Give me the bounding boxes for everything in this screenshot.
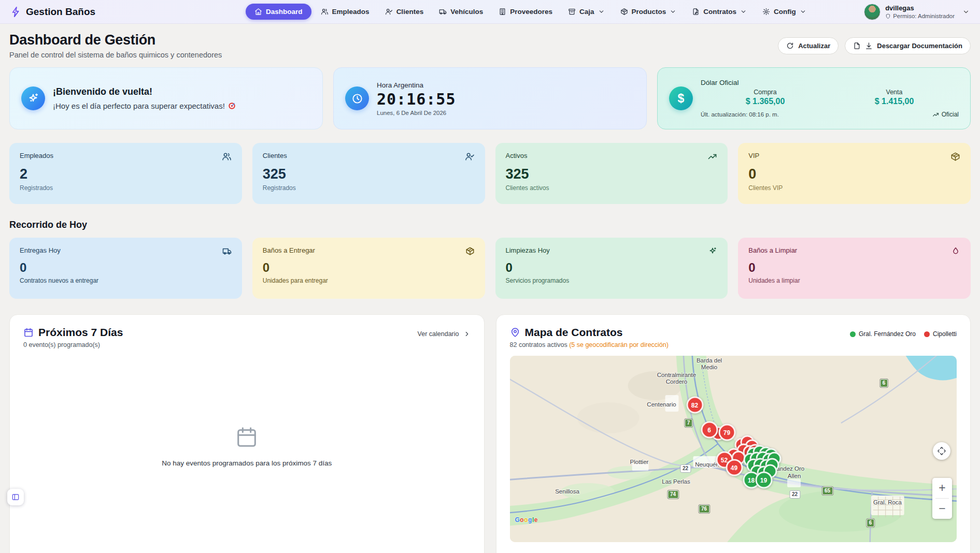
building-icon [499,8,506,16]
map-pan-control[interactable] [933,442,950,460]
nav-label: Productos [632,8,666,16]
brand: Gestion Baños [10,6,95,18]
user-check-icon [385,8,393,16]
chevron-down-icon [962,8,970,16]
nav-item-contratos[interactable]: Contratos [686,4,753,19]
stat-card-clientes: Clientes 325 Registrados [252,143,485,204]
today-value: 0 [748,260,960,275]
dollar-buy-value: $ 1.365,00 [701,97,830,106]
route-shield: 76 [699,505,709,513]
gear-icon [762,8,770,16]
dollar-official-badge: Oficial [932,111,959,118]
map-canvas[interactable]: + − Google Barda del MedioContralmirante… [510,356,957,542]
nav-item-vehiculos[interactable]: Vehículos [433,4,489,19]
map-zoom-control: + − [932,478,952,519]
nav-label: Dashboard [266,8,303,16]
geocode-note: (5 se geocodificarán por dirección) [569,341,669,348]
today-sub: Unidades a limpiar [748,277,960,284]
dollar-buy-label: Compra [701,89,830,96]
route-shield: 65 [822,487,833,495]
sidebar-toggle-button[interactable] [7,489,24,505]
download-docs-button[interactable]: Descargar Documentación [845,37,971,54]
clock-date: Lunes, 6 De Abril De 2026 [377,110,456,116]
contract-cluster-marker[interactable]: 82 [686,397,703,414]
legend-item-cipolletti: Cipolletti [924,330,957,338]
panel-left-icon [11,493,20,501]
file-pen-icon [692,8,700,16]
dollar-card: $ Dólar Oficial Compra $ 1.365,00 Venta … [657,67,971,129]
map-place-label: Contralmirante Cordero [657,372,696,385]
trending-up-icon [707,152,717,162]
dollar-sell-label: Venta [830,89,959,96]
map-place-label: Gral. Roca [873,499,902,506]
bolt-logo-icon [10,6,22,18]
brand-name: Gestion Baños [26,6,95,18]
page-subtitle: Panel de control del sistema de baños qu… [9,51,222,59]
truck-icon [439,8,447,16]
contract-cluster-marker[interactable]: 6 [701,421,718,439]
droplet-icon [951,246,960,256]
refresh-button[interactable]: Actualizar [778,37,839,54]
stat-sub: Registrados [263,184,475,192]
nav-item-caja[interactable]: Caja [562,4,611,19]
welcome-title: ¡Bienvenido de vuelta! [53,86,236,97]
sparkles-icon [21,86,45,110]
calendar-empty-text: No hay eventos programados para los próx… [23,459,471,467]
zoom-in-button[interactable]: + [932,478,952,498]
calendar-empty-state: No hay eventos programados para los próx… [23,425,471,467]
stat-card-empleados: Empleados 2 Registrados [9,143,242,204]
stat-sub: Clientes activos [506,184,718,192]
today-card-entregas: Entregas Hoy 0 Contratos nuevos a entreg… [9,238,242,299]
nav-item-proveedores[interactable]: Proveedores [492,4,559,19]
map-panel-subtitle: 82 contratos activos (5 se geocodificará… [510,341,669,348]
map-place-label: Plottier [630,459,649,465]
view-calendar-link[interactable]: Ver calendario [418,330,471,338]
welcome-message: ¡Hoy es el día perfecto para superar exp… [53,101,236,110]
route-shield: 6 [867,519,875,527]
dollar-sell-value: $ 1.415,00 [830,97,959,106]
nav-item-empleados[interactable]: Empleados [315,4,376,19]
package-icon [465,246,475,256]
home-icon [254,8,262,16]
map-place-label: Centenario [647,401,676,408]
archive-icon [568,8,576,16]
contract-cluster-marker[interactable]: 79 [718,424,735,441]
contracts-map-panel: Mapa de Contratos 82 contratos activos (… [496,314,971,553]
target-emoji-icon [228,102,236,110]
nav-item-clientes[interactable]: Clientes [379,4,430,19]
truck-icon [222,246,232,256]
main-menu: Dashboard Empleados Clientes Vehículos P… [246,4,813,20]
user-check-icon [465,152,475,162]
user-permission: Permiso: Administrador [885,13,955,19]
clock-card: Hora Argentina 20:16:55 Lunes, 6 De Abri… [333,67,647,129]
chevron-right-icon [463,330,471,338]
users-icon [321,8,329,16]
zoom-out-button[interactable]: − [932,499,952,519]
map-legend: Gral. Fernández Oro Cipolletti [850,330,957,338]
upcoming-events-panel: Próximos 7 Días 0 evento(s) programado(s… [9,314,485,553]
today-sub: Contratos nuevos a entregar [20,277,232,284]
today-value: 0 [263,260,475,275]
route-shield: 74 [667,490,678,499]
route-shield: 6 [880,379,888,387]
nav-item-config[interactable]: Config [756,4,813,19]
shield-icon [885,13,891,19]
contract-cluster-marker[interactable]: 49 [726,459,743,476]
nav-item-productos[interactable]: Productos [614,4,683,19]
map-place-label: Las Perlas [662,478,690,485]
contract-cluster-marker[interactable]: 19 [755,472,772,489]
today-card-banos-limpiar: Baños a Limpiar 0 Unidades a limpiar [738,238,971,299]
legend-dot-green [850,331,856,337]
clock-label: Hora Argentina [377,81,456,89]
calendar-panel-subtitle: 0 evento(s) programado(s) [23,341,123,348]
welcome-card: ¡Bienvenido de vuelta! ¡Hoy es el día pe… [9,67,323,129]
chevron-down-icon [598,8,605,15]
stat-value: 325 [263,166,475,182]
route-shield: 22 [680,464,691,473]
nav-item-dashboard[interactable]: Dashboard [246,4,311,20]
user-menu[interactable]: dvillegas Permiso: Administrador [864,4,970,20]
dollar-icon: $ [669,86,693,110]
file-icon [853,42,861,50]
nav-label: Contratos [703,8,736,16]
user-avatar [864,4,880,20]
